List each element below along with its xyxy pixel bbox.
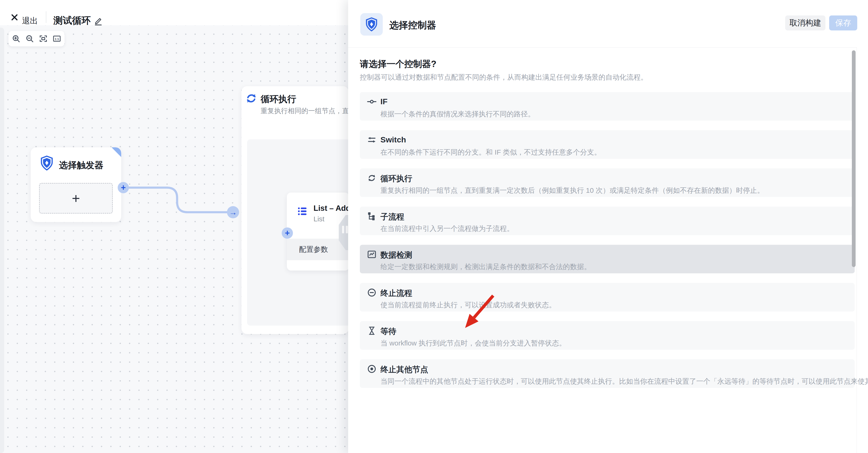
- fit-view-icon[interactable]: [39, 34, 48, 43]
- configure-params-link[interactable]: 配置参数: [299, 245, 328, 254]
- panel-subheading: 控制器可以通过对数据和节点配置不同的条件，从而构建出满足任何业务场景的自动化流程…: [360, 73, 648, 82]
- add-node-before-list-button[interactable]: +: [282, 227, 293, 239]
- controller-description: 给定一定数据和检测规则，检测出满足条件的数据和不合法的数据。: [380, 262, 591, 272]
- controller-option-data-detect[interactable]: 数据检测 给定一定数据和检测规则，检测出满足条件的数据和不合法的数据。: [360, 245, 855, 273]
- dot-circle-icon: [367, 364, 377, 374]
- zoom-out-icon[interactable]: [25, 34, 34, 43]
- zoom-in-icon[interactable]: [12, 34, 21, 43]
- edit-title-icon[interactable]: [93, 16, 103, 26]
- controller-option-wait[interactable]: 等待 当 workflow 执行到此节点时，会使当前分支进入暂停状态。: [360, 321, 855, 350]
- controller-description: 当 workflow 执行到此节点时，会使当前分支进入暂停状态。: [380, 338, 566, 348]
- subflow-icon: [367, 211, 377, 221]
- controller-option-switch[interactable]: Switch 在不同的条件下运行不同的分支。和 IF 类似，不过支持任意多个分支…: [360, 130, 855, 159]
- controller-option-loop[interactable]: 循环执行 重复执行相同的一组节点，直到重复满一定次数后（例如重复执行 10 次）…: [360, 168, 855, 197]
- loop-entry-connector[interactable]: →: [227, 206, 239, 218]
- add-trigger-button[interactable]: +: [39, 183, 113, 214]
- controller-description: 当同一个流程中的其他节点处于运行状态时，可以使用此节点使其终止执行。比如当你在流…: [380, 377, 868, 386]
- panel-header-divider: [348, 47, 857, 48]
- controller-description: 使当前流程提前终止执行，可以设置成功或者失败状态。: [380, 300, 556, 310]
- plus-icon: +: [72, 190, 80, 206]
- trigger-node-title: 选择触发器: [59, 159, 103, 171]
- scrollbar-gutter: [857, 48, 857, 453]
- controller-description: 根据一个条件的真假情况来选择执行不同的路径。: [380, 109, 535, 119]
- switch-icon: [367, 135, 377, 145]
- svg-text:1:1: 1:1: [55, 37, 59, 41]
- hourglass-icon: [367, 326, 377, 336]
- controller-description: 在不同的条件下运行不同的分支。和 IF 类似，不过支持任意多个分支。: [380, 147, 601, 157]
- exit-button[interactable]: 退出: [22, 16, 38, 26]
- controller-title: 终止流程: [380, 288, 412, 299]
- loop-icon: [367, 173, 377, 183]
- controller-title: IF: [380, 97, 388, 106]
- editor-header: 退出 测试循环: [0, 0, 348, 25]
- workflow-title: 测试循环: [53, 14, 91, 27]
- controller-title: 终止其他节点: [380, 364, 428, 375]
- loop-node-title: 循环执行: [260, 93, 296, 105]
- panel-icon-box: [360, 13, 383, 36]
- controller-option-terminate-others[interactable]: 终止其他节点 当同一个流程中的其他节点处于运行状态时，可以使用此节点使其终止执行…: [360, 359, 855, 388]
- controller-description: 在当前流程中引入另一个流程做为子流程。: [380, 224, 514, 233]
- close-icon[interactable]: [10, 13, 19, 22]
- add-node-connector-button[interactable]: +: [118, 182, 129, 193]
- data-detect-icon: [367, 250, 377, 259]
- controller-title: 数据检测: [380, 250, 412, 260]
- controller-option-terminate-flow[interactable]: 终止流程 使当前流程提前终止执行，可以设置成功或者失败状态。: [360, 283, 855, 312]
- list-node-subtitle: List: [313, 215, 324, 223]
- plus-icon: +: [121, 183, 126, 192]
- controller-option-subflow[interactable]: 子流程 在当前流程中引入另一个流程做为子流程。: [360, 206, 855, 235]
- save-button[interactable]: 保存: [829, 16, 857, 30]
- list-icon: [297, 206, 308, 217]
- shield-icon: [366, 17, 378, 31]
- stop-circle-icon: [367, 288, 377, 298]
- cancel-build-button[interactable]: 取消构建: [785, 16, 826, 30]
- pause-icon: [342, 226, 344, 233]
- header-divider: [46, 11, 46, 23]
- node-corner-fold: [111, 147, 121, 158]
- workflow-canvas[interactable]: 选择触发器 + + 循环执行 重复执行相同的一组节点，直到重复: [0, 0, 348, 453]
- loop-icon: [245, 92, 258, 105]
- arrow-right-icon: →: [229, 208, 237, 216]
- controller-title: Switch: [380, 135, 406, 144]
- controller-title: 等待: [380, 326, 396, 337]
- canvas-toolbar: 1:1: [8, 31, 65, 46]
- controller-title: 子流程: [380, 211, 404, 222]
- one-to-one-icon[interactable]: 1:1: [53, 34, 61, 43]
- plus-icon: +: [285, 229, 290, 237]
- controller-title: 循环执行: [380, 173, 412, 184]
- panel-heading: 请选择一个控制器?: [360, 58, 436, 70]
- controller-select-panel: 选择控制器 取消构建 保存 请选择一个控制器? 控制器可以通过对数据和节点配置不…: [348, 0, 868, 453]
- panel-title: 选择控制器: [389, 19, 436, 32]
- offscreen-node-edge: [0, 28, 4, 453]
- loop-node-description: 重复执行相同的一组节点，直到重复: [260, 106, 348, 116]
- condition-icon: [367, 97, 377, 107]
- shield-icon: [40, 155, 53, 171]
- workflow-editor: 选择触发器 + + 循环执行 重复执行相同的一组节点，直到重复: [0, 0, 868, 453]
- list-node-title: List – Add: [313, 204, 348, 213]
- panel-scrollbar[interactable]: [852, 50, 856, 267]
- controller-description: 重复执行相同的一组节点，直到重复满一定次数后（例如重复执行 10 次）或满足特定…: [380, 186, 764, 195]
- controller-option-if[interactable]: IF 根据一个条件的真假情况来选择执行不同的路径。: [360, 92, 855, 121]
- trigger-node-card[interactable]: 选择触发器 +: [31, 147, 121, 222]
